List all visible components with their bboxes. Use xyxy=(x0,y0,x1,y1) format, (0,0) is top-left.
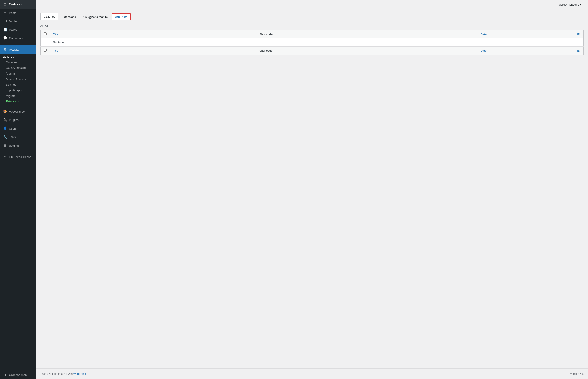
sidebar-item-label: LiteSpeed Cache xyxy=(9,155,31,159)
comments-icon: 💬 xyxy=(3,36,7,40)
sidebar-item-pages[interactable]: 📄 Pages xyxy=(0,25,36,34)
empty-check xyxy=(41,38,50,47)
sidebar-sub-settings[interactable]: Settings xyxy=(0,82,36,87)
collapse-icon: ◀ xyxy=(3,373,7,377)
select-all-checkbox[interactable] xyxy=(44,32,47,35)
tab-galleries[interactable]: Galleries xyxy=(40,13,58,20)
sidebar-sub-extensions[interactable]: Extensions xyxy=(0,99,36,104)
tab-galleries-label: Galleries xyxy=(44,15,55,18)
sidebar-item-tools[interactable]: 🔧 Tools xyxy=(0,133,36,141)
sidebar-sub-album-defaults[interactable]: Album Defaults xyxy=(0,76,36,82)
sidebar-item-label: Pages xyxy=(9,28,17,31)
main-content: Screen Options ▾ Galleries Extensions ↗S… xyxy=(36,0,588,379)
sidebar-sub-galleries[interactable]: Galleries xyxy=(0,60,36,65)
thank-you-text: Thank you for creating with xyxy=(40,372,73,375)
page-footer: Thank you for creating with WordPress . … xyxy=(36,368,588,379)
footer-right: Version 5.6 xyxy=(570,372,584,375)
tf-title[interactable]: Title xyxy=(50,47,167,55)
sidebar-item-users[interactable]: 👤 Users xyxy=(0,124,36,133)
dashboard-icon: ⊞ xyxy=(3,2,7,6)
tab-suggest-label: Suggest a feature xyxy=(85,15,108,18)
galleries-table: Title Shortcode Date ID Not found xyxy=(40,30,584,55)
external-link-icon: ↗ xyxy=(82,16,84,18)
sidebar-item-label: Appearance xyxy=(9,110,25,113)
sidebar-item-label: Posts xyxy=(9,11,16,15)
tab-extensions-label: Extensions xyxy=(62,15,76,18)
users-icon: 👤 xyxy=(3,126,7,130)
sidebar-item-label: Users xyxy=(9,127,16,130)
sidebar-item-collapse[interactable]: ◀ Collapse menu xyxy=(0,370,36,379)
screen-options-arrow-icon: ▾ xyxy=(580,3,582,6)
table-header-row: Title Shortcode Date ID xyxy=(41,30,584,38)
sidebar-sub-migrate[interactable]: Migrate xyxy=(0,93,36,99)
sidebar-item-media[interactable]: 🎞 Media xyxy=(0,17,36,25)
litespeed-icon: ◇ xyxy=(3,155,7,159)
tab-suggest-feature[interactable]: ↗Suggest a feature xyxy=(79,13,111,20)
sidebar-item-label: Media xyxy=(9,19,17,23)
posts-icon: ✏ xyxy=(3,11,7,15)
sidebar-item-appearance[interactable]: 🎨 Appearance xyxy=(0,107,36,116)
screen-options-label: Screen Options xyxy=(559,3,579,6)
th-shortcode: Shortcode xyxy=(167,30,364,38)
content-area: Galleries Extensions ↗Suggest a feature … xyxy=(36,9,588,368)
footer-left: Thank you for creating with WordPress . xyxy=(40,372,88,375)
th-title[interactable]: Title xyxy=(50,30,167,38)
tab-bar: Galleries Extensions ↗Suggest a feature … xyxy=(40,13,584,20)
sidebar-item-label: Plugins xyxy=(9,118,18,122)
tf-shortcode: Shortcode xyxy=(167,47,364,55)
filter-bar: All (0) xyxy=(40,24,584,27)
sidebar-sub-import-export[interactable]: Import/Export xyxy=(0,87,36,93)
sidebar-item-litespeed[interactable]: ◇ LiteSpeed Cache xyxy=(0,153,36,161)
sidebar-item-posts[interactable]: ✏ Posts xyxy=(0,9,36,17)
sidebar-item-label: Settings xyxy=(9,144,19,147)
sidebar-item-label: Dashboard xyxy=(9,3,23,6)
filter-count: (0) xyxy=(44,24,48,27)
media-icon: 🎞 xyxy=(3,19,7,23)
sidebar-item-label: Comments xyxy=(9,36,23,40)
tools-icon: 🔧 xyxy=(3,135,7,139)
tab-add-new[interactable]: Add New xyxy=(112,13,131,20)
sidebar-item-comments[interactable]: 💬 Comments xyxy=(0,34,36,42)
screen-options-button[interactable]: Screen Options ▾ xyxy=(556,2,584,7)
modula-icon: ⚙ xyxy=(3,47,7,51)
sidebar-sub-gallery-defaults[interactable]: Gallery Defaults xyxy=(0,65,36,71)
table-footer-row: Title Shortcode Date ID xyxy=(41,47,584,55)
sidebar-item-label: Modula xyxy=(9,48,18,51)
sidebar-item-settings[interactable]: ⊞ Settings xyxy=(0,141,36,150)
version-label: Version 5.6 xyxy=(570,372,584,375)
sidebar-item-label: Tools xyxy=(9,135,16,139)
tf-date[interactable]: Date xyxy=(364,47,490,55)
select-all-footer-checkbox[interactable] xyxy=(44,49,47,52)
sidebar: ⊞ Dashboard ✏ Posts 🎞 Media 📄 Pages 💬 Co… xyxy=(0,0,36,379)
empty-message: Not found xyxy=(50,38,584,47)
th-date[interactable]: Date xyxy=(364,30,490,38)
tab-add-new-label: Add New xyxy=(115,15,128,18)
sidebar-item-dashboard[interactable]: ⊞ Dashboard xyxy=(0,0,36,9)
topbar: Screen Options ▾ xyxy=(36,0,588,9)
th-id[interactable]: ID xyxy=(490,30,584,38)
divider-3 xyxy=(0,151,36,151)
galleries-section-header: Galleries xyxy=(0,54,36,60)
settings-icon: ⊞ xyxy=(3,143,7,147)
divider-2 xyxy=(0,106,36,106)
tab-extensions[interactable]: Extensions xyxy=(58,13,79,20)
divider-1 xyxy=(0,44,36,44)
sidebar-item-plugins[interactable]: 🔌 Plugins xyxy=(0,116,36,124)
sidebar-bottom: ◀ Collapse menu xyxy=(0,370,36,379)
sidebar-item-label: Collapse menu xyxy=(9,373,28,377)
th-checkbox xyxy=(41,30,50,38)
table-row-empty: Not found xyxy=(41,38,584,47)
tf-id[interactable]: ID xyxy=(490,47,584,55)
sidebar-sub-albums[interactable]: Albums xyxy=(0,71,36,76)
plugins-icon: 🔌 xyxy=(3,118,7,122)
footer-period: . xyxy=(87,372,88,375)
filter-all-label: All xyxy=(40,24,43,27)
sidebar-item-modula[interactable]: ⚙ Modula xyxy=(0,45,36,54)
tf-checkbox xyxy=(41,47,50,55)
wordpress-link[interactable]: WordPress xyxy=(73,372,87,375)
pages-icon: 📄 xyxy=(3,28,7,32)
appearance-icon: 🎨 xyxy=(3,110,7,113)
wordpress-link-label: WordPress xyxy=(73,372,86,375)
